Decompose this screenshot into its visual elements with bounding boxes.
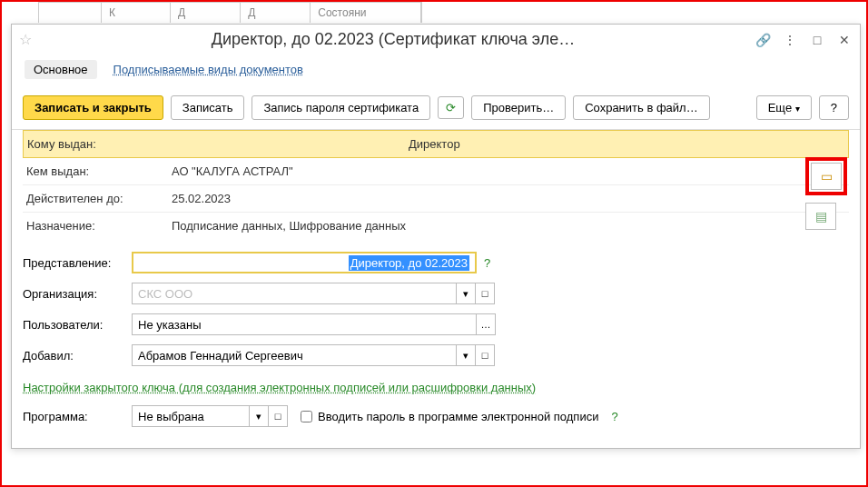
- program-row: Программа: ▾ □ Вводить пароль в программ…: [23, 405, 849, 427]
- password-checkbox[interactable]: [301, 411, 312, 422]
- issued-by-value: АО "КАЛУГА АСТРАЛ": [172, 164, 293, 178]
- representation-input[interactable]: Директор, до 02.2023: [132, 252, 477, 273]
- representation-label: Представление:: [23, 256, 132, 270]
- nav-docs[interactable]: Подписываемые виды документов: [112, 60, 305, 79]
- bg-tab[interactable]: К: [102, 3, 171, 23]
- document-icon-button[interactable]: ▤: [805, 203, 836, 230]
- close-icon[interactable]: ✕: [836, 32, 853, 48]
- bg-tab[interactable]: Д: [171, 3, 241, 23]
- refresh-icon-button[interactable]: ⟳: [438, 96, 464, 119]
- title-bar: ☆ Директор, до 02.2023 (Сертификат ключа…: [12, 25, 860, 55]
- representation-row: Представление: Директор, до 02.2023 ?: [23, 252, 849, 273]
- nav-main[interactable]: Основное: [25, 60, 97, 79]
- added-by-row: Добавил: ▾ □: [23, 344, 849, 366]
- background-tabs: К Д Д Состояни: [38, 2, 422, 23]
- window-title: Директор, до 02.2023 (Сертификат ключа э…: [39, 30, 747, 49]
- users-select-icon[interactable]: …: [476, 313, 496, 335]
- valid-until-value: 25.02.2023: [172, 192, 231, 205]
- issued-by-label: Кем выдан:: [26, 164, 172, 178]
- organization-label: Организация:: [23, 287, 132, 301]
- added-by-dropdown-icon[interactable]: ▾: [456, 344, 476, 366]
- more-button[interactable]: Еще ▾: [756, 95, 812, 120]
- purpose-label: Назначение:: [26, 219, 172, 233]
- issued-to-row: Кому выдан: Директор: [23, 130, 849, 158]
- issued-to-value: Директор: [173, 137, 460, 151]
- key-settings-link[interactable]: Настройки закрытого ключа (для создания …: [23, 381, 536, 394]
- program-open-icon[interactable]: □: [268, 405, 288, 427]
- purpose-row: Назначение: Подписание данных, Шифровани…: [23, 213, 849, 239]
- certificate-icon: ▭: [821, 169, 833, 184]
- organization-row: Организация: ▾ □: [23, 283, 849, 304]
- valid-until-row: Действителен до: 25.02.2023: [23, 185, 849, 213]
- check-button[interactable]: Проверить…: [471, 95, 566, 120]
- link-icon[interactable]: 🔗: [755, 32, 771, 48]
- favorite-star-icon[interactable]: ☆: [19, 31, 32, 48]
- users-label: Пользователи:: [23, 318, 132, 332]
- highlighted-action: ▭: [805, 157, 847, 195]
- save-close-button[interactable]: Записать и закрыть: [23, 95, 163, 120]
- purpose-value: Подписание данных, Шифрование данных: [172, 219, 406, 233]
- valid-until-label: Действителен до:: [26, 192, 172, 205]
- certificate-icon-button[interactable]: ▭: [811, 163, 842, 190]
- organization-dropdown-icon[interactable]: ▾: [456, 283, 476, 304]
- issued-to-label: Кому выдан:: [27, 137, 173, 151]
- more-menu-icon[interactable]: ⋮: [782, 32, 798, 48]
- certificate-details: Кому выдан: Директор Кем выдан: АО "КАЛУ…: [12, 130, 860, 239]
- added-by-label: Добавил:: [23, 349, 132, 363]
- organization-input[interactable]: [132, 283, 457, 304]
- bg-tab[interactable]: Состояни: [311, 3, 421, 23]
- password-checkbox-label: Вводить пароль в программе электронной п…: [318, 410, 598, 423]
- bg-tab[interactable]: Д: [241, 3, 311, 23]
- form-area: Представление: Директор, до 02.2023 ? Ор…: [12, 239, 860, 427]
- program-input[interactable]: [132, 405, 250, 427]
- bg-tab[interactable]: [39, 3, 102, 23]
- program-label: Программа:: [23, 410, 132, 423]
- toolbar: Записать и закрыть Записать Запись парол…: [12, 90, 860, 130]
- organization-open-icon[interactable]: □: [475, 283, 495, 304]
- nav-row: Основное Подписываемые виды документов: [12, 55, 860, 90]
- save-password-button[interactable]: Запись пароля сертификата: [252, 95, 430, 120]
- issued-by-row: Кем выдан: АО "КАЛУГА АСТРАЛ": [23, 158, 849, 185]
- added-by-input[interactable]: [132, 344, 457, 366]
- users-input[interactable]: [132, 313, 477, 335]
- side-panel: ▭ ▤: [805, 157, 847, 230]
- added-by-open-icon[interactable]: □: [475, 344, 495, 366]
- certificate-window: ☆ Директор, до 02.2023 (Сертификат ключа…: [11, 24, 861, 449]
- save-to-file-button[interactable]: Сохранить в файл…: [573, 95, 710, 120]
- document-icon: ▤: [815, 209, 827, 224]
- program-dropdown-icon[interactable]: ▾: [249, 405, 269, 427]
- representation-help-icon[interactable]: ?: [484, 256, 490, 270]
- users-row: Пользователи: …: [23, 313, 849, 335]
- password-help-icon[interactable]: ?: [611, 410, 617, 423]
- save-button[interactable]: Записать: [171, 95, 245, 120]
- help-button[interactable]: ?: [819, 95, 849, 120]
- maximize-icon[interactable]: □: [809, 32, 825, 48]
